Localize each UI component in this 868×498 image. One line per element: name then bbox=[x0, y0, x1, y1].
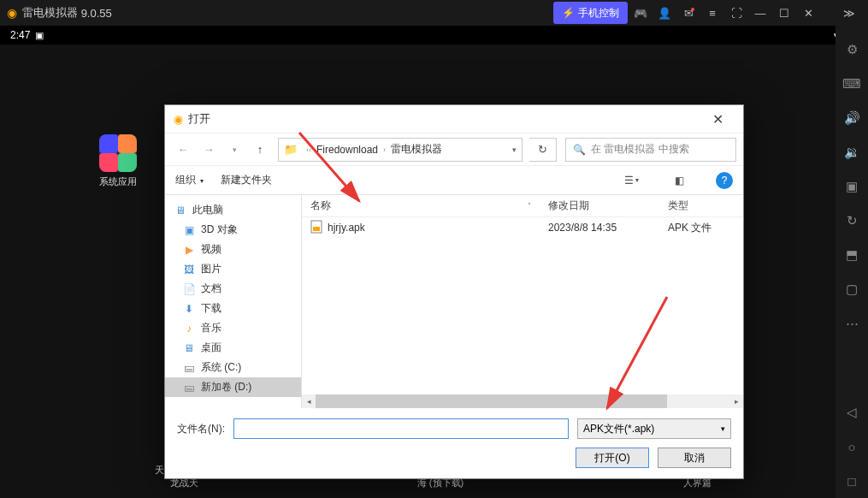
android-status-bar: 2:47 ▣ ▾ ◢ ▮ bbox=[0, 26, 868, 44]
breadcrumb-seg-1[interactable]: Firedownload bbox=[316, 144, 378, 156]
music-icon: ♪ bbox=[182, 323, 196, 335]
file-rows[interactable]: hjrjy.apk 2023/8/8 14:35 APK 文件 bbox=[302, 217, 743, 394]
document-icon: 📄 bbox=[182, 283, 196, 295]
column-name[interactable]: 名称˄ bbox=[302, 199, 540, 213]
sidebar-pictures[interactable]: 🖼图片 bbox=[165, 259, 301, 279]
emulator-titlebar: ◉ 雷电模拟器 9.0.55 ⚡ 手机控制 🎮 👤 ✉ ≡ ⛶ — ☐ ✕ ≫ bbox=[0, 0, 868, 26]
maximize-button[interactable]: ☐ bbox=[773, 2, 795, 24]
bolt-icon: ⚡ bbox=[562, 7, 575, 19]
system-apps-label: 系统应用 bbox=[94, 175, 142, 188]
dialog-toolbar: 组织 ▾ 新建文件夹 ☰ ▾ ◧ ? bbox=[165, 165, 743, 194]
cube-icon: ▣ bbox=[182, 224, 196, 236]
download-icon: ⬇ bbox=[182, 303, 196, 315]
nav-up-button[interactable]: ↑ bbox=[249, 139, 271, 161]
sync-icon[interactable]: ↻ bbox=[840, 209, 864, 233]
scroll-right-icon[interactable]: ▸ bbox=[729, 394, 743, 408]
collapse-sidebar-icon[interactable]: ≫ bbox=[838, 2, 860, 24]
folder-icon: 📁 bbox=[284, 143, 298, 156]
help-button[interactable]: ? bbox=[716, 172, 733, 189]
refresh-button[interactable]: ↻ bbox=[529, 138, 557, 162]
nav-forward-button[interactable]: → bbox=[198, 139, 220, 161]
fullscreen-icon[interactable]: ⛶ bbox=[725, 2, 747, 24]
breadcrumb-seg-2[interactable]: 雷电模拟器 bbox=[391, 142, 442, 157]
sidebar-drive-c[interactable]: 🖴系统 (C:) bbox=[165, 358, 301, 377]
android-back-button[interactable]: ◁ bbox=[840, 400, 864, 424]
keyboard-icon[interactable]: ⌨ bbox=[840, 72, 864, 96]
filetype-dropdown[interactable]: APK文件(*.apk) ▾ bbox=[577, 418, 731, 439]
multi-instance-icon[interactable]: ▣ bbox=[840, 175, 864, 199]
sort-indicator-icon: ˄ bbox=[528, 202, 531, 210]
emulator-right-sidebar: ⚙ ⌨ 🔊 🔉 ▣ ↻ ⬒ ▢ ⋯ ◁ ○ □ bbox=[836, 26, 868, 498]
dialog-close-button[interactable]: ✕ bbox=[700, 106, 735, 132]
install-apk-icon[interactable]: ⬒ bbox=[840, 243, 864, 267]
filename-input[interactable] bbox=[233, 418, 569, 439]
desktop-icon: 🖥 bbox=[182, 342, 196, 354]
horizontal-scrollbar[interactable]: ◂ ▸ bbox=[302, 394, 743, 408]
breadcrumb-dropdown-icon[interactable]: ▾ bbox=[512, 145, 517, 154]
drive-icon: 🖴 bbox=[182, 362, 196, 374]
sidebar-3d-objects[interactable]: ▣3D 对象 bbox=[165, 220, 301, 240]
sidebar-videos[interactable]: ▶视频 bbox=[165, 240, 301, 259]
scroll-left-icon[interactable]: ◂ bbox=[302, 394, 316, 408]
column-headers: 名称˄ 修改日期 类型 bbox=[302, 195, 743, 217]
sidebar-drive-d[interactable]: 🖴新加卷 (D:) bbox=[165, 377, 301, 397]
file-open-dialog: ◉ 打开 ✕ ← → ▾ ↑ 📁 ‹‹ Firedownload › 雷电模拟器… bbox=[164, 104, 744, 479]
cancel-button[interactable]: 取消 bbox=[658, 448, 731, 468]
volume-up-icon[interactable]: 🔊 bbox=[840, 106, 864, 130]
preview-pane-button[interactable]: ◧ bbox=[668, 171, 690, 190]
search-placeholder: 在 雷电模拟器 中搜索 bbox=[591, 142, 689, 157]
scroll-thumb[interactable] bbox=[316, 394, 667, 408]
app-name: 雷电模拟器 bbox=[22, 5, 78, 21]
android-recent-button[interactable]: □ bbox=[840, 469, 864, 493]
more-icon[interactable]: ⋯ bbox=[840, 311, 864, 335]
search-input[interactable]: 🔍 在 雷电模拟器 中搜索 bbox=[565, 138, 736, 162]
nav-recent-dropdown[interactable]: ▾ bbox=[223, 139, 245, 161]
sidebar-documents[interactable]: 📄文档 bbox=[165, 279, 301, 299]
chevron-down-icon: ▾ bbox=[721, 424, 725, 433]
breadcrumb[interactable]: 📁 ‹‹ Firedownload › 雷电模拟器 ▾ bbox=[278, 138, 523, 162]
phone-control-button[interactable]: ⚡ 手机控制 bbox=[553, 2, 628, 24]
file-type: APK 文件 bbox=[659, 221, 736, 235]
clock: 2:47 bbox=[10, 29, 30, 41]
svg-rect-1 bbox=[313, 227, 320, 231]
screenshot-icon[interactable]: ▢ bbox=[840, 277, 864, 301]
nav-back-button[interactable]: ← bbox=[172, 139, 194, 161]
android-home-button[interactable]: ○ bbox=[840, 435, 864, 459]
app-version: 9.0.55 bbox=[81, 7, 112, 20]
dialog-titlebar: ◉ 打开 ✕ bbox=[165, 105, 743, 133]
sidebar-downloads[interactable]: ⬇下载 bbox=[165, 299, 301, 318]
menu-icon[interactable]: ≡ bbox=[701, 2, 723, 24]
dialog-title: 打开 bbox=[188, 111, 210, 127]
gamepad-icon[interactable]: 🎮 bbox=[629, 2, 652, 24]
file-row[interactable]: hjrjy.apk 2023/8/8 14:35 APK 文件 bbox=[302, 217, 743, 238]
volume-down-icon[interactable]: 🔉 bbox=[840, 140, 864, 164]
user-icon[interactable]: 👤 bbox=[653, 2, 676, 24]
sidebar-this-pc[interactable]: 🖥此电脑 bbox=[165, 200, 301, 220]
close-button[interactable]: ✕ bbox=[797, 2, 819, 24]
search-icon: 🔍 bbox=[573, 144, 586, 156]
system-apps-folder[interactable]: 系统应用 bbox=[94, 134, 142, 188]
minimize-button[interactable]: — bbox=[749, 2, 771, 24]
view-mode-button[interactable]: ☰ ▾ bbox=[620, 171, 642, 190]
notification-icon: ▣ bbox=[35, 30, 44, 41]
organize-button[interactable]: 组织 ▾ bbox=[175, 173, 204, 187]
column-date[interactable]: 修改日期 bbox=[540, 199, 659, 213]
dialog-nav-bar: ← → ▾ ↑ 📁 ‹‹ Firedownload › 雷电模拟器 ▾ ↻ 🔍 … bbox=[165, 133, 743, 165]
dialog-logo-icon: ◉ bbox=[174, 113, 183, 126]
sidebar-desktop[interactable]: 🖥桌面 bbox=[165, 338, 301, 358]
column-type[interactable]: 类型 bbox=[659, 199, 736, 213]
emulator-screen: 系统应用 天龙八部2: 飞龙战天 全民江湖 秦时明月: 沧海 (预下载) 天命传… bbox=[0, 44, 868, 498]
picture-icon: 🖼 bbox=[182, 264, 196, 276]
new-folder-button[interactable]: 新建文件夹 bbox=[221, 173, 272, 187]
open-button[interactable]: 打开(O) bbox=[576, 448, 649, 468]
folder-icon bbox=[99, 134, 137, 172]
file-date: 2023/8/8 14:35 bbox=[540, 222, 659, 234]
pc-icon: 🖥 bbox=[174, 205, 187, 216]
apk-file-icon bbox=[310, 220, 322, 236]
video-icon: ▶ bbox=[182, 244, 196, 256]
sidebar-music[interactable]: ♪音乐 bbox=[165, 318, 301, 338]
mail-icon[interactable]: ✉ bbox=[677, 2, 700, 24]
settings-icon[interactable]: ⚙ bbox=[840, 38, 864, 62]
dialog-bottom: 文件名(N): APK文件(*.apk) ▾ 打开(O) 取消 bbox=[165, 408, 743, 478]
dialog-sidebar: 🖥此电脑 ▣3D 对象 ▶视频 🖼图片 📄文档 ⬇下载 ♪音乐 🖥桌面 🖴系统 … bbox=[165, 195, 302, 408]
